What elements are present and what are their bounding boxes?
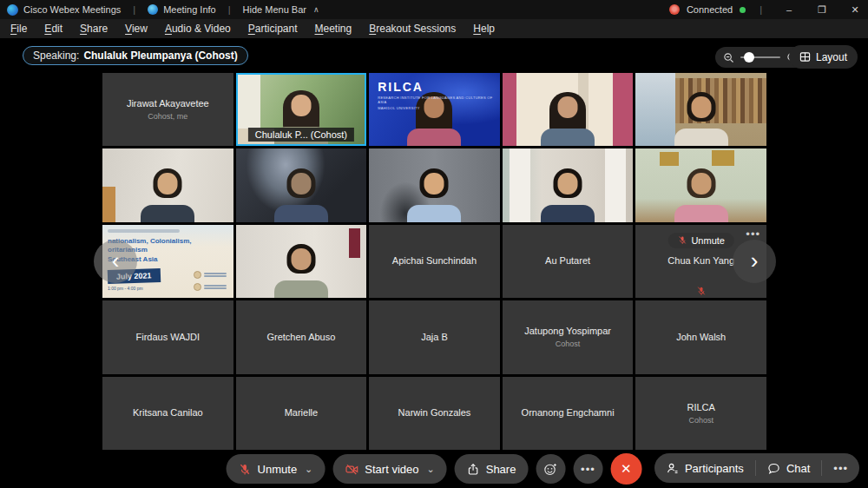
minimize-button[interactable]: – [776, 0, 802, 19]
leave-meeting-button[interactable]: ✕ [610, 453, 641, 485]
participants-button[interactable]: Participants [654, 453, 755, 483]
participant-tile-marielle[interactable]: Marielle [236, 377, 367, 450]
participant-tile-7[interactable] [236, 148, 367, 221]
tile-unmute-label: Unmute [691, 235, 725, 246]
participant-tile-4[interactable] [503, 73, 634, 146]
participant-name: Narwin Gonzales [398, 407, 471, 419]
share-icon [467, 463, 480, 476]
participant-tile-jaja-b[interactable]: Jaja B [369, 300, 500, 373]
hide-menu-bar-button[interactable]: Hide Menu Bar [243, 4, 306, 15]
participant-tile-au-putaret[interactable]: Au Putaret [503, 225, 634, 298]
menu-item-meeting[interactable]: Meeting [315, 23, 352, 35]
person-silhouette [670, 167, 733, 222]
participant-tile-3[interactable]: RILCARESEARCH INSTITUTE FOR LANGUAGES AN… [369, 73, 500, 146]
participant-tile-jatupong-yospimpar[interactable]: Jatupong YospimparCohost [503, 300, 634, 373]
menu-item-breakout-sessions[interactable]: Breakout Sessions [369, 23, 456, 35]
video-feed [503, 73, 634, 146]
video-grid: Jirawat AkayaveteeCohost, meChulaluk P..… [102, 73, 766, 450]
more-icon: ••• [581, 463, 595, 476]
participant-tile-gretchen-abuso[interactable]: Gretchen Abuso [236, 300, 367, 373]
participant-tile-9[interactable] [503, 148, 634, 221]
participant-tile-12[interactable] [236, 225, 367, 298]
tile-more-button[interactable]: ••• [746, 228, 760, 241]
participant-tile-john-walsh[interactable]: John Walsh [635, 300, 766, 373]
participant-tile-narwin-gonzales[interactable]: Narwin Gonzales [369, 377, 500, 450]
rilca-logo-subtitle: RESEARCH INSTITUTE FOR LANGUAGES AND CUL… [378, 96, 495, 104]
grid-next-button[interactable]: › [733, 240, 776, 283]
participant-name: Jatupong Yospimpar [524, 326, 611, 337]
chat-label: Chat [786, 462, 810, 475]
titlebar-separator: | [760, 4, 762, 15]
participant-name: Jirawat Akayavetee [127, 98, 209, 109]
chat-icon [767, 462, 780, 475]
zoom-slider[interactable] [740, 56, 780, 58]
menu-item-help[interactable]: Help [473, 23, 495, 35]
share-button[interactable]: Share [455, 454, 529, 484]
person-silhouette [136, 167, 199, 222]
rilca-logo-subtitle: MAHIDOL UNIVERSITY [378, 106, 495, 110]
person-silhouette [536, 167, 599, 222]
participant-name: Marielle [285, 407, 319, 419]
video-feed [503, 148, 634, 221]
participant-tile-firdaus-wajdi[interactable]: Firdaus WAJDI [102, 300, 233, 373]
participant-role: Cohost, me [148, 112, 187, 121]
participant-tile-8[interactable] [369, 148, 500, 221]
start-video-label: Start video [365, 463, 418, 476]
participant-tile-6[interactable] [102, 148, 233, 221]
active-speaker-label: Chulaluk P... (Cohost) [248, 128, 354, 142]
participant-tile-5[interactable] [635, 73, 766, 146]
participant-name: Kritsana Canilao [133, 407, 203, 419]
zoom-out-icon[interactable] [723, 52, 734, 63]
titlebar: Cisco Webex Meetings | Meeting Info | Hi… [0, 0, 868, 19]
menu-item-edit[interactable]: Edit [44, 23, 62, 35]
layout-button[interactable]: Layout [789, 45, 858, 69]
participant-tile-2[interactable]: Chulaluk P... (Cohost) [236, 73, 367, 146]
start-video-button[interactable]: Start video ⌄ [332, 454, 446, 484]
menu-item-file[interactable]: File [10, 23, 27, 35]
menu-item-audio-video[interactable]: Audio & Video [165, 23, 231, 35]
webex-window: Cisco Webex Meetings | Meeting Info | Hi… [0, 0, 868, 488]
participant-tile-apichai-sunchindah[interactable]: Apichai Sunchindah [369, 225, 500, 298]
person-silhouette [270, 167, 332, 222]
speaking-indicator: Speaking: Chulaluk Pleumpanya (Cohost) [23, 46, 248, 65]
maximize-button[interactable]: ❐ [809, 0, 835, 19]
close-button[interactable]: ✕ [842, 0, 868, 19]
menu-item-view[interactable]: View [125, 23, 148, 35]
participant-name: Jaja B [421, 332, 448, 343]
muted-mic-icon [239, 463, 252, 476]
participant-tile-10[interactable] [635, 148, 766, 221]
meeting-info-button[interactable]: Meeting Info [163, 4, 216, 15]
participant-name: Au Putaret [545, 255, 590, 267]
menu-item-share[interactable]: Share [80, 23, 108, 35]
person-silhouette [536, 90, 599, 146]
more-options-button[interactable]: ••• [573, 454, 602, 484]
video-feed [236, 225, 367, 298]
zoom-slider-knob[interactable] [744, 52, 754, 63]
connected-dot-icon [740, 7, 746, 13]
chat-button[interactable]: Chat [756, 453, 821, 483]
unmute-button[interactable]: Unmute ⌄ [227, 454, 326, 484]
meeting-info-icon [148, 4, 158, 15]
chevron-down-icon[interactable]: ⌄ [305, 464, 312, 475]
participant-tile-ornanong-engchamni[interactable]: Ornanong Engchamni [503, 377, 634, 450]
close-x-icon: ✕ [621, 461, 632, 477]
participant-name: RILCA [687, 402, 714, 413]
video-feed [236, 148, 367, 221]
reactions-button[interactable] [536, 454, 565, 484]
layout-label: Layout [816, 51, 847, 63]
person-silhouette [670, 90, 733, 146]
more-panels-button[interactable]: ••• [822, 453, 859, 483]
tile-unmute-button[interactable]: Unmute [667, 233, 734, 248]
toolbar: Speaking: Chulaluk Pleumpanya (Cohost) [0, 38, 868, 73]
participant-tile-jirawat-akayavetee[interactable]: Jirawat AkayaveteeCohost, me [102, 73, 233, 146]
participant-name: Firdaus WAJDI [136, 332, 201, 343]
speaking-label: Speaking: [33, 49, 79, 62]
titlebar-separator: | [228, 4, 231, 15]
menu-item-participant[interactable]: Participant [248, 23, 298, 35]
titlebar-separator: | [133, 4, 135, 15]
grid-prev-button[interactable]: ‹ [94, 240, 137, 283]
chevron-down-icon[interactable]: ⌄ [426, 464, 434, 475]
connection-status: Connected [687, 4, 733, 15]
participant-tile-rilca[interactable]: RILCACohost [635, 377, 766, 450]
participant-tile-kritsana-canilao[interactable]: Kritsana Canilao [102, 377, 233, 450]
